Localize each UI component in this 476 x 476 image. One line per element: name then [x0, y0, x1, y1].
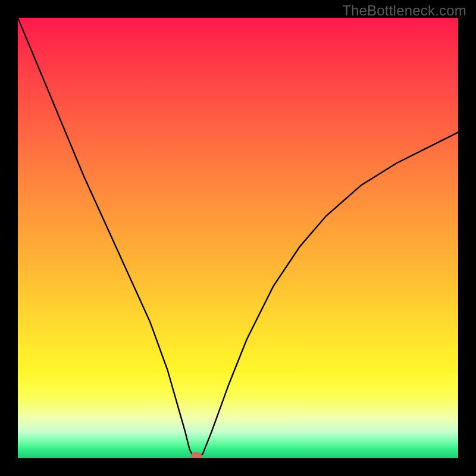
minimum-marker	[191, 452, 202, 458]
watermark-text: TheBottleneck.com	[342, 2, 466, 19]
bottleneck-curve	[18, 18, 458, 458]
chart-plot-area	[18, 18, 458, 458]
